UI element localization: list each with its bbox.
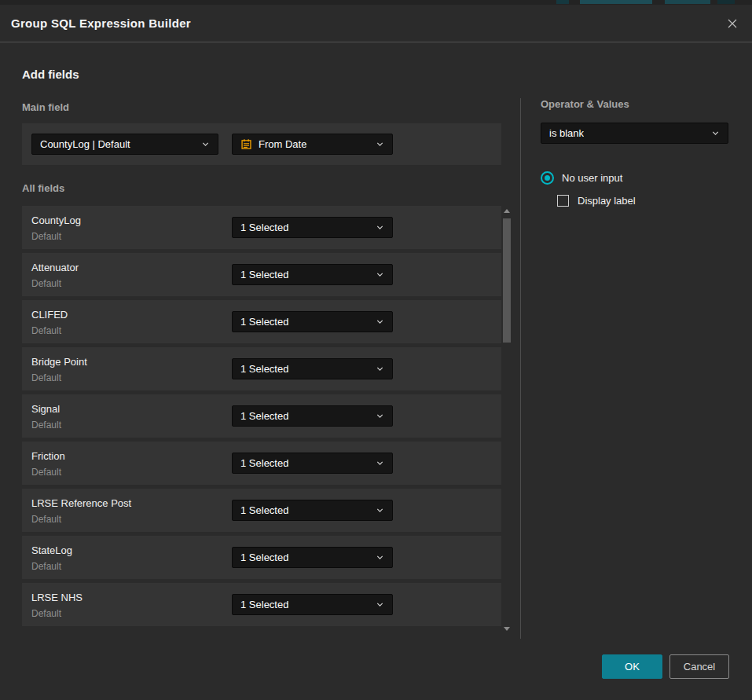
dialog-header: Group SQL Expression Builder bbox=[0, 5, 752, 42]
field-row: CLIFED Default 1 Selected bbox=[22, 300, 501, 343]
main-field-layer-select[interactable]: CountyLog | Default bbox=[31, 134, 218, 155]
field-subtitle: Default bbox=[31, 278, 61, 289]
background-fragment bbox=[580, 0, 652, 4]
operator-values-label: Operator & Values bbox=[541, 98, 629, 110]
chevron-down-icon bbox=[376, 412, 384, 420]
field-row: LRSE NHS Default 1 Selected bbox=[22, 583, 501, 626]
field-selected-value: 1 Selected bbox=[240, 222, 288, 233]
field-name: LRSE Reference Post bbox=[31, 497, 131, 509]
field-subtitle: Default bbox=[31, 608, 61, 619]
scrollbar-thumb[interactable] bbox=[503, 218, 511, 343]
all-fields-label: All fields bbox=[22, 182, 64, 194]
field-row: LRSE Reference Post Default 1 Selected bbox=[22, 489, 501, 532]
checkbox-unchecked-icon bbox=[557, 195, 569, 207]
chevron-down-icon bbox=[201, 140, 210, 148]
field-subtitle: Default bbox=[31, 420, 61, 431]
field-subtitle: Default bbox=[31, 514, 61, 525]
scrollbar-down-arrow-icon[interactable] bbox=[504, 627, 510, 631]
panel-divider bbox=[520, 98, 521, 639]
field-selected-value: 1 Selected bbox=[240, 504, 288, 516]
field-name: Friction bbox=[31, 450, 65, 462]
no-user-input-radio[interactable]: No user input bbox=[541, 171, 622, 185]
field-name: StateLog bbox=[31, 544, 72, 556]
field-name: CountyLog bbox=[31, 214, 81, 226]
main-field-field-select[interactable]: From Date bbox=[232, 134, 393, 155]
field-selected-value: 1 Selected bbox=[240, 269, 288, 280]
operator-select[interactable]: is blank bbox=[541, 123, 728, 144]
section-title: Add fields bbox=[22, 68, 79, 81]
display-label-label: Display label bbox=[578, 195, 636, 207]
chevron-down-icon bbox=[711, 129, 720, 137]
field-selected-dropdown[interactable]: 1 Selected bbox=[232, 358, 393, 379]
field-selected-dropdown[interactable]: 1 Selected bbox=[232, 311, 393, 332]
field-selected-value: 1 Selected bbox=[240, 457, 288, 469]
field-selected-dropdown[interactable]: 1 Selected bbox=[232, 405, 393, 427]
field-selected-value: 1 Selected bbox=[240, 599, 288, 610]
cancel-button[interactable]: Cancel bbox=[669, 654, 729, 679]
ok-button[interactable]: OK bbox=[602, 654, 662, 679]
background-fragment bbox=[717, 0, 735, 4]
chevron-down-icon bbox=[376, 553, 384, 562]
main-field-layer-select-value: CountyLog | Default bbox=[40, 138, 130, 150]
field-selected-dropdown[interactable]: 1 Selected bbox=[232, 594, 393, 615]
chevron-down-icon bbox=[376, 223, 384, 232]
field-subtitle: Default bbox=[31, 561, 61, 572]
field-name: Signal bbox=[31, 403, 60, 415]
list-scrollbar[interactable] bbox=[501, 203, 512, 633]
field-selected-value: 1 Selected bbox=[240, 316, 288, 328]
dialog-title: Group SQL Expression Builder bbox=[11, 16, 191, 30]
field-selected-dropdown[interactable]: 1 Selected bbox=[232, 547, 393, 568]
field-name: Bridge Point bbox=[31, 356, 87, 368]
chevron-down-icon bbox=[376, 140, 384, 148]
field-selected-dropdown[interactable]: 1 Selected bbox=[232, 264, 393, 285]
field-subtitle: Default bbox=[31, 325, 61, 336]
operator-select-value: is blank bbox=[549, 127, 584, 139]
field-subtitle: Default bbox=[31, 467, 61, 478]
main-field-panel: CountyLog | Default From Date bbox=[22, 123, 501, 165]
scrollbar-up-arrow-icon[interactable] bbox=[504, 209, 510, 213]
calendar-date-icon bbox=[240, 138, 252, 150]
chevron-down-icon bbox=[376, 365, 384, 373]
background-fragment bbox=[665, 0, 710, 4]
display-label-checkbox[interactable]: Display label bbox=[557, 195, 636, 207]
chevron-down-icon bbox=[376, 600, 384, 609]
field-row: StateLog Default 1 Selected bbox=[22, 536, 501, 579]
field-subtitle: Default bbox=[31, 231, 61, 242]
group-sql-expression-builder-dialog: Group SQL Expression Builder Add fields … bbox=[0, 0, 752, 700]
field-row: Friction Default 1 Selected bbox=[22, 442, 501, 485]
no-user-input-label: No user input bbox=[562, 172, 622, 184]
field-name: Attenuator bbox=[31, 262, 79, 273]
field-row: Signal Default 1 Selected bbox=[22, 394, 501, 438]
chevron-down-icon bbox=[376, 506, 384, 515]
field-name: LRSE NHS bbox=[31, 592, 83, 603]
field-selected-value: 1 Selected bbox=[240, 410, 288, 422]
chevron-down-icon bbox=[376, 270, 384, 279]
field-selected-dropdown[interactable]: 1 Selected bbox=[232, 453, 393, 474]
main-field-label: Main field bbox=[22, 101, 69, 113]
all-fields-list: CountyLog Default 1 Selected Attenuator … bbox=[22, 206, 501, 630]
field-selected-value: 1 Selected bbox=[240, 552, 288, 563]
background-fragment bbox=[556, 0, 569, 4]
close-icon[interactable] bbox=[724, 15, 741, 32]
field-selected-value: 1 Selected bbox=[240, 363, 288, 375]
field-selected-dropdown[interactable]: 1 Selected bbox=[232, 500, 393, 521]
field-name: CLIFED bbox=[31, 309, 68, 321]
radio-selected-icon bbox=[541, 171, 554, 185]
field-row: Bridge Point Default 1 Selected bbox=[22, 347, 501, 390]
chevron-down-icon bbox=[376, 317, 384, 326]
field-selected-dropdown[interactable]: 1 Selected bbox=[232, 217, 393, 238]
field-subtitle: Default bbox=[31, 372, 61, 383]
field-row: Attenuator Default 1 Selected bbox=[22, 253, 501, 296]
chevron-down-icon bbox=[376, 459, 384, 467]
main-field-field-select-value: From Date bbox=[259, 138, 306, 150]
field-row: CountyLog Default 1 Selected bbox=[22, 206, 501, 249]
